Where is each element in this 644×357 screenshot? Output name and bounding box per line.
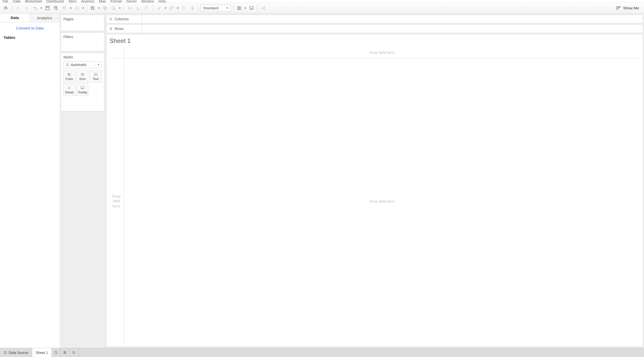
columns-shelf[interactable]: Columns — [106, 15, 643, 23]
svg-rect-43 — [55, 351, 57, 353]
svg-point-34 — [82, 74, 83, 75]
refresh-dropdown[interactable]: ▾ — [81, 6, 84, 10]
clear-button[interactable] — [110, 4, 118, 12]
sort-asc-icon — [136, 6, 141, 11]
filters-card[interactable]: Filters — [61, 33, 104, 51]
presentation-mode-button[interactable] — [247, 4, 256, 12]
svg-rect-12 — [91, 7, 94, 9]
data-pane: Data Analytics ‹ Connect to Data Tables — [0, 14, 60, 348]
tooltip-shelf[interactable]: Tooltip — [77, 84, 89, 96]
detail-icon — [67, 86, 72, 90]
pin-button[interactable] — [188, 4, 196, 12]
rows-shelf[interactable]: Rows — [106, 24, 643, 33]
undo-button[interactable] — [14, 4, 22, 12]
cards-dropdown[interactable]: ▾ — [244, 6, 247, 10]
cards-icon — [237, 6, 242, 11]
new-story-tab[interactable] — [70, 348, 78, 357]
rows-drop-zone[interactable] — [142, 25, 643, 33]
group-button[interactable] — [167, 4, 176, 12]
new-data-source-button[interactable] — [52, 4, 60, 12]
pin-icon — [190, 6, 195, 11]
duplicate-button[interactable] — [101, 4, 109, 12]
sort-desc-icon — [144, 6, 149, 11]
database-pause-icon — [62, 6, 67, 11]
worksheet-clear-icon — [111, 6, 116, 11]
side-tabs: Data Analytics ‹ — [0, 14, 60, 22]
tab-sheet-1[interactable]: Sheet 1 — [32, 348, 52, 357]
tab-data[interactable]: Data — [0, 14, 30, 22]
new-worksheet-dropdown[interactable]: ▾ — [97, 6, 100, 10]
sort-asc-button[interactable] — [134, 4, 142, 12]
sheet-title[interactable]: Sheet 1 — [109, 36, 640, 47]
color-shelf[interactable]: Color — [63, 70, 75, 83]
svg-rect-24 — [616, 6, 621, 7]
rows-label: Rows — [115, 27, 124, 31]
tab-data-label: Data — [11, 15, 19, 20]
mark-type-select[interactable]: T Automatic ▼ — [63, 61, 101, 68]
pages-card[interactable]: Pages — [61, 15, 104, 31]
tab-data-source[interactable]: Data Source — [0, 348, 32, 357]
drop-corner — [109, 47, 124, 58]
detail-shelf[interactable]: Detail — [63, 84, 75, 96]
highlighter-icon — [157, 6, 162, 11]
size-shelf[interactable]: Size — [77, 70, 89, 83]
chevron-down-icon: ▼ — [226, 7, 229, 9]
svg-point-42 — [4, 351, 7, 352]
svg-point-37 — [68, 87, 69, 88]
size-label: Size — [79, 77, 86, 81]
new-worksheet-tab[interactable] — [52, 348, 61, 357]
columns-label: Columns — [115, 17, 129, 21]
pause-dropdown[interactable]: ▾ — [69, 6, 72, 10]
arrow-left-icon — [15, 6, 21, 11]
sort-desc-button[interactable] — [143, 4, 151, 12]
tab-analytics-label: Analytics — [37, 16, 52, 20]
columns-drop-zone[interactable] — [142, 15, 643, 23]
data-source-icon — [4, 351, 7, 354]
collapse-pane-icon[interactable]: ‹ — [57, 17, 58, 20]
pause-auto-updates-button[interactable] — [61, 4, 69, 12]
new-worksheet-button[interactable] — [89, 4, 97, 12]
show-hide-cards-button[interactable] — [235, 4, 243, 12]
group-dropdown[interactable]: ▾ — [176, 6, 179, 10]
tableau-logo-icon — [3, 6, 8, 11]
swap-button[interactable] — [126, 4, 134, 12]
new-dashboard-tab[interactable] — [61, 348, 70, 357]
drop-rows-hint[interactable]: Drop field here — [109, 58, 124, 344]
redo-button[interactable] — [23, 4, 31, 12]
drop-main-hint[interactable]: Drop field here — [124, 58, 640, 344]
color-icon — [67, 72, 72, 76]
menu-bar: File Data Worksheet Dashboard Story Anal… — [0, 0, 644, 3]
svg-rect-15 — [112, 7, 114, 9]
new-dashboard-icon — [63, 351, 67, 354]
svg-rect-45 — [65, 351, 66, 352]
highlight-button[interactable] — [155, 4, 163, 12]
cards-column: Pages Filters Marks T Automatic ▼ — [60, 14, 105, 348]
clear-dropdown[interactable]: ▾ — [118, 6, 121, 10]
connect-to-data-link[interactable]: Connect to Data — [0, 22, 60, 34]
svg-rect-19 — [240, 7, 241, 10]
rows-icon — [109, 27, 113, 30]
save-button[interactable] — [43, 4, 52, 12]
pages-title: Pages — [63, 17, 101, 23]
revert-dropdown[interactable]: ▾ — [40, 6, 43, 10]
toolbar: ▾ ▾ ▾ ▾ ▾ — [0, 3, 644, 14]
highlight-dropdown[interactable]: ▾ — [164, 6, 167, 10]
svg-rect-20 — [250, 7, 253, 9]
fit-mode-select[interactable]: Standard ▼ — [201, 5, 231, 12]
show-me-button[interactable]: Show Me — [616, 6, 642, 10]
svg-point-10 — [54, 6, 57, 7]
svg-point-39 — [68, 88, 69, 89]
text-shelf[interactable]: T Text — [90, 70, 101, 83]
svg-point-22 — [264, 6, 265, 7]
main-area: Data Analytics ‹ Connect to Data Tables … — [0, 14, 644, 348]
share-button[interactable] — [260, 4, 268, 12]
drop-columns-hint[interactable]: Drop field here — [124, 47, 640, 58]
tableau-logo-button[interactable] — [2, 4, 10, 12]
svg-rect-18 — [238, 7, 239, 10]
automatic-mark-icon: T — [66, 63, 69, 67]
show-labels-button[interactable]: T — [180, 4, 188, 12]
revert-button[interactable] — [31, 4, 39, 12]
undo-loop-icon — [33, 6, 38, 11]
refresh-button[interactable] — [73, 4, 81, 12]
tab-analytics[interactable]: Analytics ‹ — [30, 14, 60, 22]
